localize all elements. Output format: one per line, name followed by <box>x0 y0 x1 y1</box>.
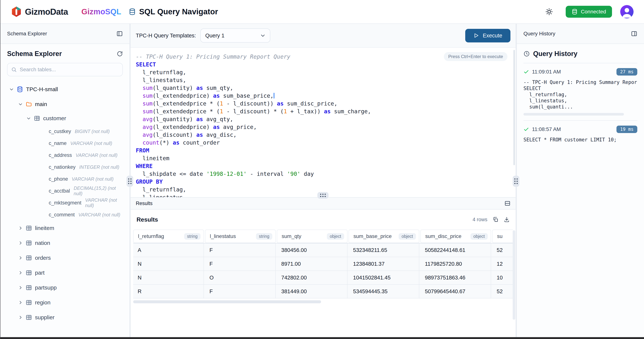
sql-editor[interactable]: -- TPC-H Query 1: Pricing Summary Report… <box>130 48 516 197</box>
download-icon <box>504 216 510 222</box>
chevron-down-icon <box>260 33 266 38</box>
table-search-field[interactable] <box>7 63 123 76</box>
tree-column-node[interactable]: c_phone VARCHAR (not null) <box>7 173 123 185</box>
results-column-header: l_linestatus string <box>205 230 276 243</box>
results-cell: 12 <box>492 257 513 270</box>
history-scrollbar[interactable] <box>524 113 624 116</box>
search-input[interactable] <box>20 66 119 72</box>
table-name: region <box>35 299 50 306</box>
sidebar-resize-handle[interactable] <box>126 176 133 187</box>
panel-bottom-icon <box>504 200 510 206</box>
results-cell: 50582244148.61 <box>420 243 491 257</box>
tree-table-node[interactable]: lineitem <box>7 221 123 236</box>
results-column-header: sum_qty object <box>277 230 348 243</box>
column-type: VARCHAR (not null) <box>70 141 112 146</box>
database-name: TPC-H-small <box>26 86 58 92</box>
column-type-badge: object <box>470 233 488 240</box>
tree-column-node[interactable]: c_acctbal DECIMAL(15,2) (not null) <box>7 185 123 197</box>
play-icon <box>474 33 479 38</box>
tree-table-node[interactable]: partsupp <box>7 280 123 295</box>
gizmodata-logo-icon <box>11 6 22 17</box>
clock-icon <box>524 50 530 57</box>
tree-column-node[interactable]: c_mktsegment VARCHAR (not null) <box>7 197 123 209</box>
tree-table-node-customer[interactable]: customer <box>7 114 123 123</box>
database-icon <box>572 9 578 15</box>
schema-explorer-title: Schema Explorer <box>7 50 62 58</box>
results-column-header: sum_base_price object <box>348 230 419 243</box>
tree-column-node[interactable]: c_name VARCHAR (not null) <box>7 137 123 149</box>
refresh-schema-button[interactable] <box>117 51 123 57</box>
table-list: lineitem nation orders part <box>7 221 123 325</box>
copy-results-button[interactable] <box>492 216 498 222</box>
page-title: SQL Query Navigator <box>139 7 218 16</box>
query-history-entry[interactable]: 11:09:01 AM 27 ms -- TPC-H Query 1: Pric… <box>524 63 637 110</box>
collapse-results-button[interactable] <box>504 200 510 206</box>
table-icon <box>26 299 32 306</box>
results-cell: 1179825720.80 <box>420 257 491 270</box>
theme-toggle-button[interactable] <box>545 8 553 16</box>
editor-scrollbar[interactable] <box>514 50 515 165</box>
results-cell: F <box>205 285 276 298</box>
column-type-badge: object <box>399 233 416 240</box>
tree-table-node[interactable]: orders <box>7 250 123 265</box>
chevron-right-icon <box>18 256 23 260</box>
copy-icon <box>492 216 498 222</box>
table-icon <box>26 314 32 320</box>
results-cell: 10 <box>492 271 513 284</box>
results-table: l_returnflag string l_linestatus string … <box>133 230 513 303</box>
table-icon <box>26 225 32 231</box>
tree-column-node[interactable]: c_comment VARCHAR (not null) <box>7 209 123 221</box>
connection-status-button[interactable]: Connected <box>566 6 612 18</box>
column-header-name: sum_disc_price <box>425 233 470 239</box>
tree-schema-node[interactable]: main <box>7 99 123 109</box>
results-resize-handle[interactable] <box>317 192 328 199</box>
results-cell: N <box>133 271 204 284</box>
database-icon <box>129 8 136 15</box>
collapse-history-button[interactable] <box>631 30 637 37</box>
vertical-scrollbar[interactable] <box>513 230 515 320</box>
tree-table-node[interactable]: supplier <box>7 310 123 325</box>
folder-icon <box>26 101 32 107</box>
query-history-entry[interactable]: 11:08:57 AM 19 ms SELECT * FROM customer… <box>524 121 637 143</box>
chevron-right-icon <box>18 286 23 290</box>
table-name: customer <box>43 115 66 122</box>
history-resize-handle[interactable] <box>513 176 519 187</box>
chevron-right-icon <box>18 270 23 275</box>
chevron-down-icon <box>26 116 31 120</box>
results-data-row: NO742802.001041502841.4598973751863.4610 <box>133 271 513 285</box>
results-cell: 380456.00 <box>277 243 348 257</box>
results-cell: A <box>133 243 204 257</box>
tree-column-node[interactable]: c_nationkey INTEGER (not null) <box>7 161 123 173</box>
tree-column-node[interactable]: c_address VARCHAR (not null) <box>7 149 123 161</box>
results-cell: 98973751863.46 <box>420 271 491 284</box>
results-cell: 50799645440.67 <box>420 285 491 298</box>
query-timestamp: 11:09:01 AM <box>532 69 561 75</box>
template-label: TPC-H Query Templates: <box>136 32 196 39</box>
tree-column-node[interactable]: c_custkey BIGINT (not null) <box>7 126 123 137</box>
brand-name: GizmoData <box>25 7 68 17</box>
column-list: c_custkey BIGINT (not null) c_name VARCH… <box>7 126 123 221</box>
schema-explorer-strip: Schema Explorer <box>0 24 130 44</box>
collapse-sidebar-button[interactable] <box>116 30 123 37</box>
tree-table-node[interactable]: part <box>7 265 123 280</box>
results-data-row: AF380456.00532348211.6550582244148.6152 <box>133 243 513 257</box>
table-icon <box>26 270 32 276</box>
results-cell: 1041502841.45 <box>348 271 419 284</box>
panel-left-icon <box>116 30 123 37</box>
tree-table-node[interactable]: nation <box>7 236 123 250</box>
tree-database-node[interactable]: TPC-H-small <box>7 84 123 94</box>
results-strip: Results <box>130 197 516 210</box>
query-history-title: Query History <box>533 50 578 58</box>
connection-status-label: Connected <box>581 9 606 15</box>
duration-badge: 27 ms <box>616 68 637 76</box>
tree-table-node[interactable]: region <box>7 295 123 310</box>
download-results-button[interactable] <box>504 216 510 222</box>
query-toolbar: TPC-H Query Templates: Query 1 Execute <box>130 24 516 48</box>
avatar[interactable] <box>620 5 634 18</box>
query-history-strip: Query History <box>517 24 644 44</box>
template-select[interactable]: Query 1 <box>200 28 270 42</box>
horizontal-scrollbar[interactable] <box>133 300 321 303</box>
execute-button[interactable]: Execute <box>465 29 510 42</box>
column-header-name: l_returnflag <box>138 233 184 239</box>
column-type: BIGINT (not null) <box>75 129 110 134</box>
